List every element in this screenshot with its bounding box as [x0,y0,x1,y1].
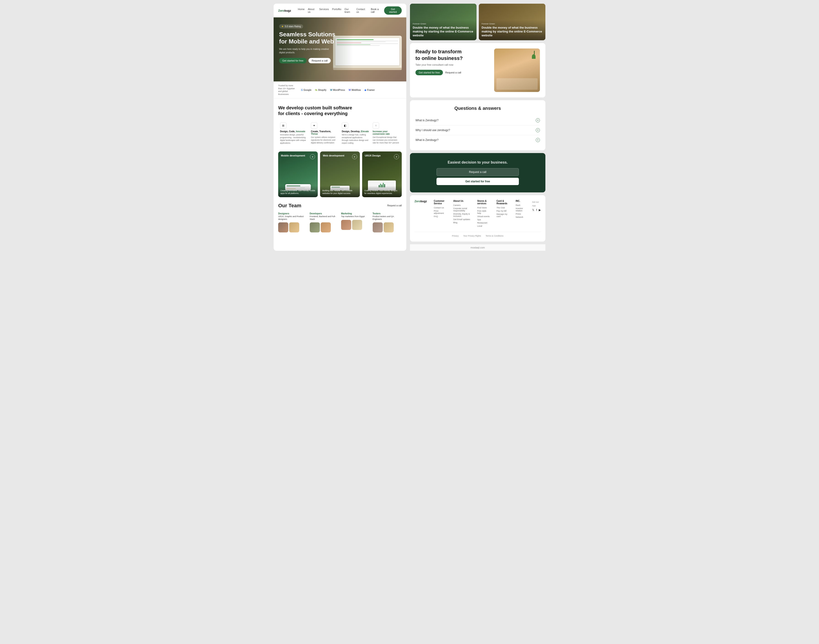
role-sub-testers: Product testers and QA Engineers [373,215,402,221]
footer-link-blog[interactable]: Blog [453,221,470,224]
role-sub-marketing: Top marketers from Egypt [341,215,370,218]
service-card-3: ◧ Design, Develop, Elevate We're a desig… [340,120,371,147]
services-heading-text: We develop custom built software for cli… [278,105,356,117]
social-facebook[interactable]: f [536,209,537,212]
cta-text: Easiest decision to your business. [417,160,538,164]
footer-link-virtual[interactable]: Virtual events [477,215,489,218]
faq-section: Questions & answers What is Zerobugz? + … [410,100,545,150]
footer-link-diversity[interactable]: Diversity, Equity & Inclusion [453,213,470,217]
footer-link-findstore[interactable]: Find Store [477,207,489,209]
promo-title-2: Double the money of what the business ma… [482,26,543,38]
logo-shopify: 🛍 Shopify [315,89,327,91]
footer-col-inc: INC. Rack Investor relation Press Networ… [516,200,525,228]
footer-link-paybill[interactable]: Pay my bill [497,210,509,212]
hero-cta-primary[interactable]: Get started for free [279,58,307,63]
transform-img-bg [494,49,540,92]
footer-link-careers[interactable]: Careers [453,204,470,206]
social-twitter[interactable]: 𝕏 [532,209,534,212]
transform-buttons: Get started for free Request a call [416,70,489,75]
service-desc-4: Get Exceptional design that can increase… [373,136,400,144]
footer-columns: Customer Service Contact Us Price adjust… [434,200,541,228]
footer-privacy[interactable]: Privacy [452,235,459,237]
cta-request-button[interactable]: Request a call [437,168,519,176]
service-title-3: Design, Develop, Elevate [342,130,369,133]
team-avatars-designers [278,222,307,232]
trusted-section: Trusted by more than 15+ Egyptian and gl… [274,81,406,99]
hero-rating-badge: ★ 5.0 stars Rating [279,24,303,29]
footer-social: 𝕏 f ▶ [532,209,541,212]
dev-card-ui: UI/UX Design + Crafting intuitive, user-… [362,152,402,197]
footer-link-price[interactable]: Price adjustment [434,210,446,215]
logo-google: G Google [301,89,311,91]
transform-cta-secondary[interactable]: Request a call [445,71,461,74]
transform-cta-primary[interactable]: Get started for free [416,70,443,75]
footer-link-local[interactable]: Local [477,225,489,227]
footer-col-stores: Stores & services Find Store Free style … [477,200,489,228]
footer-link-freestyle[interactable]: Free style help [477,210,489,215]
promo-tag-1: Forever Green [413,23,474,25]
service-icon-1: ⊞ [280,123,287,129]
avatar-5 [341,220,351,230]
dev-label-ui: UI/UX Design [365,154,381,157]
footer-app-label: Get our App [532,201,539,207]
cta-started-button[interactable]: Get started for free [437,178,519,185]
service-card-4: ↑ Increase your conversion rate Get Exce… [371,120,402,147]
footer-link-email[interactable]: Get Email updates [453,218,470,221]
dev-label-web: Web development [323,154,344,157]
faq-item-1[interactable]: What is Zerobugz? + [416,115,540,125]
footer-col-heading-3: Card & Reawards [497,200,509,205]
footer-link-spa[interactable]: Spa [477,218,489,221]
footer-link-contact[interactable]: Contact Us [434,207,446,209]
promo-card-1: Forever Green Double the money of what t… [410,4,477,40]
faq-question-3: What is Zerobugz? [416,138,439,142]
nav-right: Book a call Get started [371,6,402,15]
footer-col-customer: Customer Service Contact Us Price adjust… [434,200,446,228]
dev-label-mobile: Mobile development [281,154,305,157]
footer-link-csr[interactable]: Corprate social responsibility [453,207,470,212]
service-title-1: Design, Code, Innovate [280,130,307,133]
service-icon-3: ◧ [342,123,348,129]
footer-terms[interactable]: Terms & Conditions [486,235,503,237]
faq-icon-3: + [536,138,540,142]
service-card-1: ⊞ Design, Code, Innovate Innovative desi… [278,120,309,147]
service-cards-grid: ⊞ Design, Code, Innovate Innovative desi… [274,120,406,152]
nav-services[interactable]: Services [319,8,329,13]
team-role-devs: Developers Frontend, Backend and Full-St… [310,212,339,232]
footer-link-investor[interactable]: Investor relation [516,207,525,212]
footer-privacy-rights[interactable]: Your Privacy Rights [463,235,481,237]
footer-col-app: Get our App 𝕏 f ▶ [532,200,541,228]
faq-item-3[interactable]: What is Zerobugz? + [416,135,540,145]
logo-webflow: W Webflow [349,89,361,91]
nav-portfolio[interactable]: Portoflio [332,8,341,13]
footer-link-network[interactable]: Network [516,216,525,218]
footer-link-rack[interactable]: Rack [516,204,525,206]
footer-link-club[interactable]: The Club [497,207,509,209]
nav-team[interactable]: Our team [345,8,353,13]
footer-link-restaurant[interactable]: Restaurant [477,222,489,224]
star-icon: ★ [281,25,284,28]
role-sub-devs: Frontend, Backend and Full-Stack [310,215,339,221]
team-role-testers: Testers Product testers and QA Engineers [373,212,402,232]
faq-item-2[interactable]: Why I should use zerobugz? + [416,125,540,135]
faq-question-1: What is Zerobugz? [416,119,439,122]
footer-col-heading-0: Customer Service [434,200,446,205]
dev-plus-web[interactable]: + [352,154,357,159]
nav-home[interactable]: Home [298,8,305,13]
service-icon-4: ↑ [373,123,379,129]
faq-icon-1: + [536,118,540,123]
get-started-button[interactable]: Get started [384,6,402,15]
footer-link-press[interactable]: Press [516,213,525,215]
logo-framer: ◈ Framer [364,89,375,91]
hero-subtitle: We are here ready to help you in making … [279,48,330,54]
transform-subtitle: Take your free consultant call now [416,63,489,66]
footer-link-managecard[interactable]: Manage my card [497,213,509,218]
social-youtube[interactable]: ▶ [539,209,541,212]
dev-plus-ui[interactable]: + [394,154,399,159]
book-call-link[interactable]: Book a call [371,8,382,13]
team-request-call[interactable]: Request a call [387,204,402,207]
footer-link-faq[interactable]: FAQ [434,215,446,218]
hero-cta-secondary[interactable]: Request a call [308,58,331,63]
nav-contact[interactable]: Contact us [356,8,366,13]
hero-buttons: Get started for free Request a call [279,58,339,63]
nav-about[interactable]: About us [308,8,316,13]
